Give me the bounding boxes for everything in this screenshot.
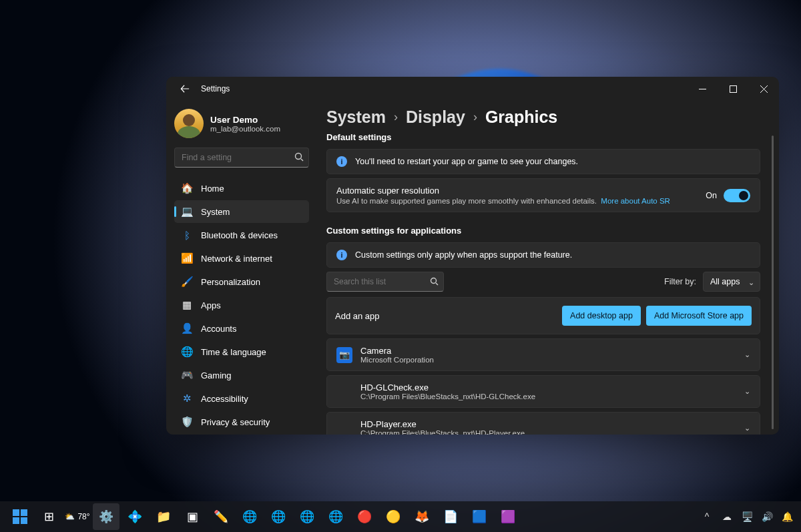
filter-label: Filter by:: [664, 277, 696, 286]
nav-personalization[interactable]: 🖌️Personalization: [174, 270, 309, 293]
taskbar-app4[interactable]: 🟪: [495, 503, 521, 530]
start-button[interactable]: [7, 503, 33, 530]
minimize-button[interactable]: [687, 77, 718, 101]
system-icon: 💻: [181, 206, 193, 218]
weather-widget[interactable]: ⛅78°: [64, 503, 91, 530]
nav-time-language[interactable]: 🌐Time & language: [174, 340, 309, 363]
tray-chevron-up-icon[interactable]: ^: [700, 507, 714, 527]
user-name: User Demo: [210, 115, 280, 125]
chevron-down-icon: ⌄: [744, 387, 750, 396]
taskbar-edge-dev[interactable]: 🌐: [265, 503, 292, 530]
sidebar-search-input[interactable]: [174, 148, 309, 168]
tray-network-icon[interactable]: 🖥️: [740, 507, 754, 527]
breadcrumb-system[interactable]: System: [326, 107, 386, 127]
apps-icon: ▦: [181, 299, 193, 311]
chevron-down-icon: ⌄: [748, 278, 754, 287]
asr-subtitle: Use AI to make supported games play more…: [336, 197, 597, 205]
nav-accessibility[interactable]: ✲Accessibility: [174, 387, 309, 410]
section-default-settings: Default settings: [326, 132, 760, 142]
taskbar-app[interactable]: ✏️: [208, 503, 234, 530]
person-icon: 👤: [181, 322, 193, 334]
add-desktop-app-button[interactable]: Add desktop app: [562, 306, 641, 326]
nav-accounts[interactable]: 👤Accounts: [174, 317, 309, 340]
taskbar-chrome[interactable]: 🔴: [351, 503, 378, 530]
chevron-right-icon: ›: [394, 110, 398, 124]
taskbar-edge-beta[interactable]: 🌐: [322, 503, 349, 530]
app-list-search-input[interactable]: [326, 272, 444, 292]
bluetooth-icon: ᛒ: [181, 229, 193, 241]
info-restart-text: You'll need to restart your app or game …: [355, 157, 578, 166]
taskbar-edge[interactable]: 🌐: [236, 503, 263, 530]
add-app-label: Add an app: [335, 311, 557, 321]
taskbar: ⊞ ⛅78° ⚙️ 💠 📁 ▣ ✏️ 🌐 🌐 🌐 🌐 🔴 🟡 🦊 📄 🟦 🟪 ^…: [0, 501, 801, 532]
shield-icon: 🛡️: [181, 416, 193, 428]
titlebar: Settings: [166, 77, 779, 101]
info-restart-card: i You'll need to restart your app or gam…: [326, 149, 760, 174]
svg-rect-1: [730, 85, 736, 92]
back-button[interactable]: [176, 79, 194, 98]
asr-more-link[interactable]: More about Auto SR: [601, 197, 670, 205]
nav-network[interactable]: 📶Network & internet: [174, 247, 309, 270]
task-view-button[interactable]: ⊞: [35, 503, 62, 530]
wifi-icon: 📶: [181, 252, 193, 264]
taskbar-firefox[interactable]: 🦊: [409, 503, 435, 530]
info-icon: i: [336, 250, 347, 260]
breadcrumb: System › Display › Graphics: [326, 107, 760, 127]
nav-windows-update[interactable]: 🔄Windows Update: [174, 434, 309, 435]
scrollbar[interactable]: [772, 136, 774, 429]
nav-system[interactable]: 💻System: [174, 200, 309, 223]
brush-icon: 🖌️: [181, 276, 193, 288]
nav-apps[interactable]: ▦Apps: [174, 294, 309, 316]
app-icon: [336, 421, 352, 435]
chevron-right-icon: ›: [473, 110, 477, 124]
content-pane: System › Display › Graphics Default sett…: [317, 101, 779, 435]
maximize-button[interactable]: [718, 77, 748, 101]
taskbar-settings[interactable]: ⚙️: [93, 503, 119, 530]
add-store-app-button[interactable]: Add Microsoft Store app: [646, 306, 752, 326]
tray-volume-icon[interactable]: 🔊: [760, 507, 774, 527]
breadcrumb-current: Graphics: [485, 107, 557, 127]
breadcrumb-display[interactable]: Display: [406, 107, 465, 127]
filter-select[interactable]: All apps ⌄: [703, 272, 760, 292]
taskbar-copilot[interactable]: 💠: [121, 503, 148, 530]
taskbar-chrome2[interactable]: 🟡: [380, 503, 407, 530]
home-icon: 🏠: [181, 182, 193, 194]
taskbar-app3[interactable]: 🟦: [466, 503, 493, 530]
auto-sr-card[interactable]: Automatic super resolution Use AI to mak…: [326, 178, 760, 212]
chevron-down-icon: ⌄: [744, 350, 750, 359]
user-email: m_lab@outlook.com: [210, 125, 280, 133]
window-title: Settings: [201, 84, 230, 93]
tray-notifications-icon[interactable]: 🔔: [780, 507, 794, 527]
section-custom-settings: Custom settings for applications: [326, 226, 760, 236]
globe-icon: 🌐: [181, 346, 193, 358]
accessibility-icon: ✲: [181, 392, 193, 405]
gamepad-icon: 🎮: [181, 369, 193, 381]
taskbar-terminal[interactable]: ▣: [179, 503, 206, 530]
asr-toggle[interactable]: [724, 189, 750, 202]
taskbar-app2[interactable]: 📄: [437, 503, 464, 530]
chevron-down-icon: ⌄: [744, 424, 750, 433]
taskbar-explorer[interactable]: 📁: [150, 503, 177, 530]
nav-home[interactable]: 🏠Home: [174, 177, 309, 200]
close-button[interactable]: [748, 77, 779, 101]
info-icon: i: [336, 156, 347, 167]
tray-onedrive-icon[interactable]: ☁: [720, 507, 734, 527]
taskbar-edge-canary[interactable]: 🌐: [294, 503, 320, 530]
sidebar: User Demo m_lab@outlook.com 🏠Home 💻Syste…: [166, 101, 317, 435]
app-row-hdglcheck[interactable]: HD-GLCheck.exe C:\Program Files\BlueStac…: [326, 375, 760, 408]
app-icon: [336, 384, 352, 400]
app-row-camera[interactable]: 📷 Camera Microsoft Corporation ⌄: [326, 338, 760, 371]
app-row-hdplayer[interactable]: HD-Player.exe C:\Program Files\BlueStack…: [326, 412, 760, 435]
add-app-row: Add an app Add desktop app Add Microsoft…: [326, 297, 760, 334]
camera-icon: 📷: [336, 347, 352, 363]
info-custom-text: Custom settings only apply when apps sup…: [355, 250, 572, 260]
nav-gaming[interactable]: 🎮Gaming: [174, 364, 309, 386]
info-custom-card: i Custom settings only apply when apps s…: [326, 242, 760, 268]
nav-privacy[interactable]: 🛡️Privacy & security: [174, 411, 309, 433]
settings-window: Settings User Demo m_lab@outlook.com 🏠Ho…: [166, 77, 779, 435]
avatar: [174, 109, 204, 138]
asr-title: Automatic super resolution: [336, 186, 670, 196]
user-account-row[interactable]: User Demo m_lab@outlook.com: [174, 105, 309, 145]
asr-state-label: On: [706, 191, 717, 200]
nav-bluetooth[interactable]: ᛒBluetooth & devices: [174, 224, 309, 246]
